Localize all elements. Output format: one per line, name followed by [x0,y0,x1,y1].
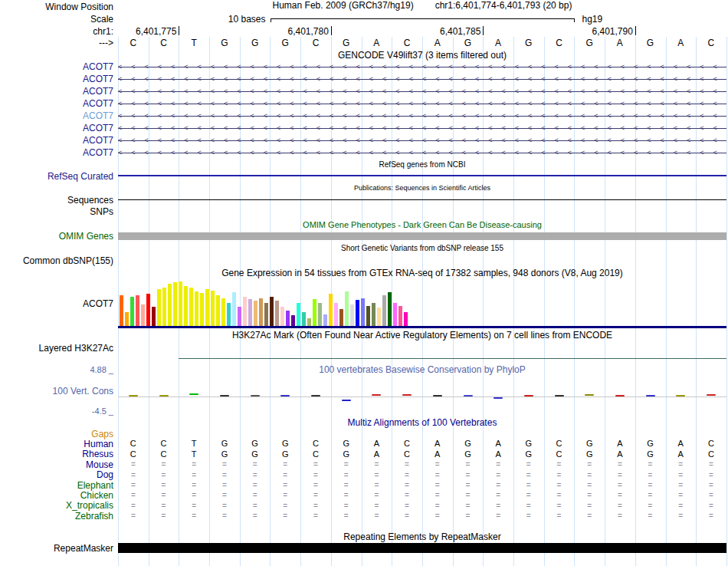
repeatmasker-element-bar[interactable] [118,543,726,553]
phylop-mark [676,395,685,397]
gtex-tissue-bar[interactable] [329,294,333,326]
gencode-item-label[interactable]: ACOT7 [0,97,118,110]
gtex-tissue-bar[interactable] [264,303,268,326]
gtex-tissue-bar[interactable] [334,303,338,326]
gtex-tissue-bar[interactable] [356,300,359,326]
gencode-item-label[interactable]: ACOT7 [0,110,118,122]
h3k27ac-track-label[interactable]: Layered H3K27Ac [0,341,118,363]
gtex-tissue-bar[interactable] [179,281,182,326]
gtex-tissue-bar[interactable] [221,298,225,326]
gtex-tissue-bar[interactable] [238,307,241,326]
gtex-tissue-bar[interactable] [313,299,316,326]
multiz-species-label[interactable]: Elephant [0,480,118,490]
gtex-track-label[interactable]: ACOT7 [0,279,118,328]
gtex-tissue-bar[interactable] [404,312,408,326]
gtex-tissue-bar[interactable] [350,304,354,326]
gtex-tissue-bar[interactable] [157,289,161,326]
gtex-tissue-bar[interactable] [146,294,150,326]
gtex-tissue-bar[interactable] [189,288,193,326]
transcript-left-arrows[interactable]: <<<<<<<<<<<<<<<<<<<<<<<<<<<<<<<<<<<<<<<<… [118,146,726,159]
gtex-tissue-bar[interactable] [339,309,343,326]
gtex-tissue-bar[interactable] [184,286,188,326]
gtex-tissue-bar[interactable] [216,295,220,326]
gtex-tissue-bar[interactable] [382,295,386,326]
gtex-tissue-bar[interactable] [227,303,231,326]
dbsnp-track-label[interactable]: Common dbSNP(155) [0,255,118,266]
gtex-tissue-bar[interactable] [141,304,145,326]
alignment-cell: = [149,490,179,500]
omim-track-label[interactable]: OMIM Genes [0,231,118,242]
snps-track-label[interactable]: SNPs [0,206,118,218]
gencode-item-label[interactable]: ACOT7 [0,122,118,134]
gtex-tissue-bar[interactable] [270,297,274,326]
gencode-item-label[interactable]: ACOT7 [0,85,118,97]
h3k27ac-signal-line[interactable] [179,358,726,359]
transcript-left-arrows[interactable]: <<<<<<<<<<<<<<<<<<<<<<<<<<<<<<<<<<<<<<<<… [118,73,726,85]
sequences-track-label[interactable]: Sequences [0,194,118,206]
multiz-species-label[interactable]: Dog [0,470,118,480]
gtex-tissue-bar[interactable] [130,297,134,326]
gtex-tissue-bar[interactable] [323,314,327,326]
multiz-species-label[interactable]: Rhesus [0,449,118,459]
alignment-cell: = [696,480,726,490]
gtex-tissue-bar[interactable] [243,297,247,326]
gtex-tissue-bar[interactable] [152,307,156,326]
multiz-species-label[interactable]: Zebrafish [0,511,118,521]
gtex-tissue-bar[interactable] [366,306,370,326]
gtex-tissue-bar[interactable] [280,307,284,326]
gtex-tissue-bar[interactable] [372,303,375,326]
alignment-cell: = [483,480,513,490]
gtex-tissue-bar[interactable] [361,298,365,326]
gtex-tissue-bar[interactable] [377,308,381,326]
gtex-tissue-bar[interactable] [275,301,279,326]
gencode-item-label[interactable]: ACOT7 [0,134,118,146]
multiz-species-label[interactable]: Human [0,439,118,449]
alignment-cell: = [696,501,726,511]
gtex-tissue-bar[interactable] [254,301,257,326]
gtex-tissue-bar[interactable] [297,303,300,326]
gencode-item-label[interactable]: ACOT7 [0,146,118,159]
alignment-cell: G [635,439,666,449]
gtex-tissue-bar[interactable] [345,291,349,326]
transcript-left-arrows[interactable]: <<<<<<<<<<<<<<<<<<<<<<<<<<<<<<<<<<<<<<<<… [118,61,726,73]
phylop-track-label[interactable]: 100 Vert. Cons [0,377,118,406]
multiz-species-label[interactable]: Mouse [0,459,118,469]
multiz-species-label[interactable]: Gaps [0,429,118,439]
gtex-tissue-bar[interactable] [398,306,402,326]
gtex-tissue-bar[interactable] [286,311,290,326]
refseq-gene-line[interactable] [118,175,726,176]
multiz-species-label[interactable]: Chicken [0,490,118,500]
transcript-left-arrows[interactable]: <<<<<<<<<<<<<<<<<<<<<<<<<<<<<<<<<<<<<<<<… [118,85,726,97]
gtex-tissue-bar[interactable] [195,291,198,326]
transcript-left-arrows[interactable]: <<<<<<<<<<<<<<<<<<<<<<<<<<<<<<<<<<<<<<<<… [118,97,726,110]
gtex-tissue-bar[interactable] [120,295,123,326]
gtex-tissue-bar[interactable] [388,292,392,326]
gtex-tissue-bar[interactable] [168,284,172,326]
gtex-tissue-bar[interactable] [302,312,306,326]
gtex-tissue-bar[interactable] [232,292,236,326]
gtex-tissue-bar[interactable] [307,318,311,326]
gtex-tissue-bar[interactable] [393,303,397,326]
gtex-tissue-bar[interactable] [318,303,322,326]
multiz-species-label[interactable]: X_tropicalis [0,501,118,511]
gtex-tissue-bar[interactable] [200,293,204,326]
gtex-tissue-bar[interactable] [291,315,295,326]
gencode-item-label[interactable]: ACOT7 [0,73,118,85]
gtex-tissue-bar[interactable] [205,289,209,326]
transcript-left-arrows[interactable]: <<<<<<<<<<<<<<<<<<<<<<<<<<<<<<<<<<<<<<<<… [118,122,726,134]
sequences-item-line[interactable] [118,199,726,200]
omim-gene-bar[interactable] [118,232,726,240]
phylop-plot[interactable] [118,377,726,406]
gtex-tissue-bar[interactable] [136,295,139,326]
gtex-tissue-bar[interactable] [259,298,263,326]
repeatmasker-track-label[interactable]: RepeatMasker [0,543,118,554]
gtex-tissue-bar[interactable] [248,299,252,326]
gtex-tissue-bar[interactable] [125,312,129,326]
transcript-left-arrows[interactable]: <<<<<<<<<<<<<<<<<<<<<<<<<<<<<<<<<<<<<<<<… [118,110,726,122]
transcript-left-arrows[interactable]: <<<<<<<<<<<<<<<<<<<<<<<<<<<<<<<<<<<<<<<<… [118,134,726,146]
gtex-tissue-bar[interactable] [162,288,166,326]
gtex-tissue-bar[interactable] [173,282,177,326]
refseq-track-label[interactable]: RefSeq Curated [0,170,118,182]
gtex-tissue-bar[interactable] [211,291,215,326]
gencode-item-label[interactable]: ACOT7 [0,61,118,73]
